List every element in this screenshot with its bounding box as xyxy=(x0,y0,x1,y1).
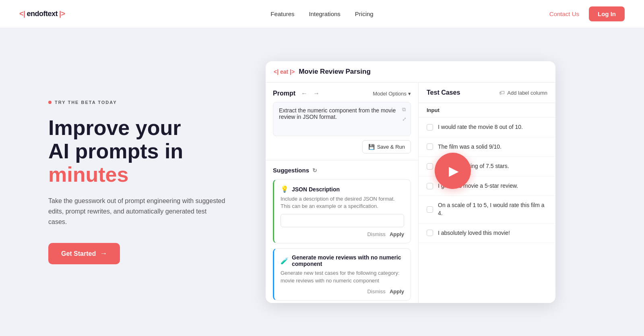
nav-contact[interactable]: Contact Us xyxy=(549,10,579,17)
prompt-nav-arrows: ← → xyxy=(299,89,321,98)
add-label-button[interactable]: 🏷 Add label column xyxy=(499,89,547,96)
suggestion-card-no-numeric: 🧪 Generate movie reviews with no numeric… xyxy=(273,248,411,300)
logo-text: endoftext xyxy=(27,10,58,18)
suggestion-card-no-numeric-header: 🧪 Generate movie reviews with no numeric… xyxy=(281,254,404,267)
hero-subtitle: Take the guesswork out of prompt enginee… xyxy=(48,196,225,227)
prompt-label: Prompt xyxy=(273,90,295,97)
test-case-checkbox-1[interactable] xyxy=(427,143,433,150)
test-case-checkbox-0[interactable] xyxy=(427,124,433,131)
navbar: <| endoftext |> Features Integrations Pr… xyxy=(0,0,644,28)
logo[interactable]: <| endoftext |> xyxy=(19,10,65,18)
hero-title: Improve your AI prompts in minutes xyxy=(48,116,242,187)
suggestion-no-numeric-dismiss[interactable]: Dismiss xyxy=(367,288,386,295)
test-case-row: The film was a solid 9/10. xyxy=(419,137,555,157)
hero-title-line2: AI prompts in xyxy=(48,139,183,163)
suggestion-json-icon: 💡 xyxy=(281,185,289,193)
prompt-section: Prompt ← → Model Options ▾ Extract the n… xyxy=(266,83,418,160)
suggestion-json-title: JSON Description xyxy=(292,186,340,193)
suggestion-json-input[interactable] xyxy=(281,214,404,227)
nav-links: Features Integrations Pricing xyxy=(270,10,373,17)
panel-left: Prompt ← → Model Options ▾ Extract the n… xyxy=(266,83,419,303)
suggestion-no-numeric-icon: 🧪 xyxy=(281,257,289,265)
nav-integrations[interactable]: Integrations xyxy=(309,10,340,17)
test-case-text-1: The film was a solid 9/10. xyxy=(438,143,502,151)
save-icon: 💾 xyxy=(368,144,375,150)
prompt-content-box: Extract the numeric component from the m… xyxy=(273,102,411,136)
panel-right: Test Cases 🏷 Add label column Input I wo… xyxy=(419,83,555,303)
test-case-checkbox-4[interactable] xyxy=(427,206,433,213)
copy-icon[interactable]: ⧉ xyxy=(402,106,407,113)
input-header-label: Input xyxy=(427,107,440,113)
logo-bracket-left: <| xyxy=(19,10,25,18)
chevron-down-icon: ▾ xyxy=(408,91,411,97)
save-run-label: Save & Run xyxy=(377,144,405,150)
panel-body: Prompt ← → Model Options ▾ Extract the n… xyxy=(266,83,555,303)
model-options-dropdown[interactable]: Model Options ▾ xyxy=(373,91,411,97)
hero-left: TRY THE BETA TODAY Improve your AI promp… xyxy=(48,100,242,264)
beta-dot xyxy=(48,101,52,104)
suggestions-section: Suggestions ↻ 💡 JSON Description Include… xyxy=(266,160,418,303)
panel-logo: <| eat |> xyxy=(274,68,295,75)
suggestions-label: Suggestions xyxy=(273,167,309,174)
login-button[interactable]: Log In xyxy=(589,6,625,21)
hero-section: TRY THE BETA TODAY Improve your AI promp… xyxy=(0,28,644,336)
test-cases-title: Test Cases xyxy=(427,89,460,96)
video-play-button[interactable]: ▶ xyxy=(435,153,471,189)
suggestions-header: Suggestions ↻ xyxy=(273,167,411,174)
hero-title-highlight: minutes xyxy=(48,163,128,186)
test-case-text-4: On a scale of 1 to 5, I would rate this … xyxy=(438,201,547,217)
hero-title-line1: Improve your xyxy=(48,116,181,139)
suggestion-json-apply[interactable]: Apply xyxy=(390,231,404,237)
test-case-row: On a scale of 1 to 5, I would rate this … xyxy=(419,196,555,223)
suggestion-no-numeric-actions: Dismiss Apply xyxy=(281,288,404,295)
suggestion-json-actions: Dismiss Apply xyxy=(281,231,404,237)
prompt-box-icons: ⧉ ⤢ xyxy=(402,106,407,122)
logo-bracket-right: |> xyxy=(59,10,65,18)
nav-pricing[interactable]: Pricing xyxy=(355,10,374,17)
suggestion-no-numeric-desc: Generate new test cases for the followin… xyxy=(281,270,404,284)
test-case-checkbox-3[interactable] xyxy=(427,183,433,189)
suggestion-no-numeric-apply[interactable]: Apply xyxy=(390,288,404,295)
test-case-checkbox-2[interactable] xyxy=(427,163,433,170)
prompt-header: Prompt ← → Model Options ▾ xyxy=(273,89,411,98)
get-started-label: Get Started xyxy=(61,250,96,257)
play-icon: ▶ xyxy=(449,163,459,178)
model-options-label: Model Options xyxy=(373,91,407,97)
test-case-row: I would rate the movie 8 out of 10. xyxy=(419,118,555,137)
test-case-checkbox-5[interactable] xyxy=(427,230,433,236)
add-label-text: Add label column xyxy=(507,90,547,96)
nav-right: Contact Us Log In xyxy=(549,6,625,21)
panel-title: Movie Review Parsing xyxy=(299,68,371,76)
prompt-forward-button[interactable]: → xyxy=(312,89,321,98)
expand-icon[interactable]: ⤢ xyxy=(402,116,407,122)
test-case-text-5: I absolutely loved this movie! xyxy=(438,229,510,237)
app-panel: <| eat |> Movie Review Parsing Prompt ← … xyxy=(266,61,555,303)
prompt-back-button[interactable]: ← xyxy=(299,89,309,98)
test-case-text-0: I would rate the movie 8 out of 10. xyxy=(438,123,523,131)
test-cases-header: Test Cases 🏷 Add label column xyxy=(419,83,555,103)
test-case-row: I absolutely loved this movie! xyxy=(419,224,555,243)
panel-header: <| eat |> Movie Review Parsing xyxy=(266,61,555,83)
tag-icon: 🏷 xyxy=(499,89,505,96)
beta-badge: TRY THE BETA TODAY xyxy=(48,100,242,105)
suggestion-json-desc: Include a description of the desired JSO… xyxy=(281,195,404,210)
suggestion-card-json: 💡 JSON Description Include a description… xyxy=(273,179,411,243)
suggestion-no-numeric-title: Generate movie reviews with no numeric c… xyxy=(292,254,404,267)
suggestion-card-json-header: 💡 JSON Description xyxy=(281,185,404,193)
test-case-row: m... ves a rating of 7.5 stars. ▶ xyxy=(419,157,555,176)
get-started-button[interactable]: Get Started → xyxy=(48,243,120,264)
nav-features[interactable]: Features xyxy=(270,10,294,17)
arrow-icon: → xyxy=(100,249,107,258)
refresh-icon[interactable]: ↻ xyxy=(312,167,317,174)
beta-text: TRY THE BETA TODAY xyxy=(55,100,117,105)
prompt-text: Extract the numeric component from the m… xyxy=(279,107,396,120)
suggestion-json-dismiss[interactable]: Dismiss xyxy=(367,231,386,237)
test-case-list: I would rate the movie 8 out of 10. The … xyxy=(419,118,555,303)
test-cases-input-header: Input xyxy=(419,103,555,118)
save-run-button[interactable]: 💾 Save & Run xyxy=(362,140,411,153)
